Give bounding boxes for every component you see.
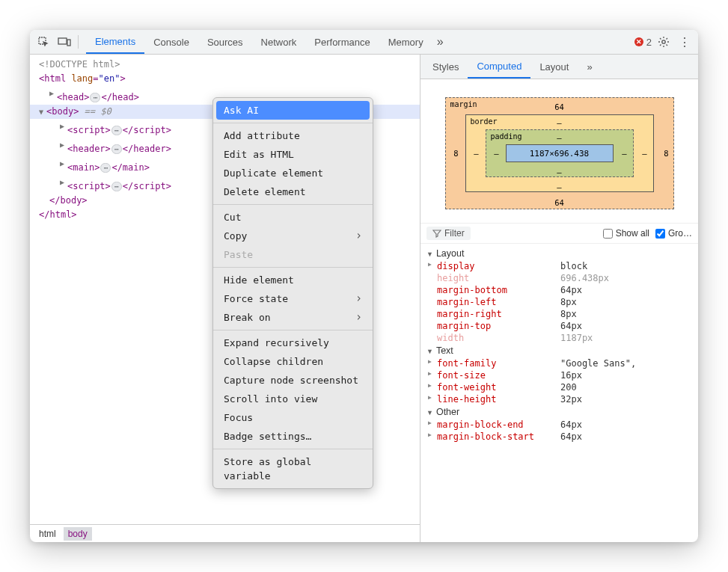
menu-store[interactable]: Store as global variable — [213, 452, 373, 485]
tab-elements[interactable]: Elements — [86, 30, 144, 54]
ellipsis-icon[interactable]: ⋯ — [111, 126, 122, 135]
main-node[interactable]: <main> — [67, 162, 100, 173]
computed-property[interactable]: font-weight200 — [420, 381, 698, 393]
menu-hide[interactable]: Hide element — [213, 271, 373, 289]
ellipsis-icon[interactable]: ⋯ — [100, 163, 111, 173]
content-box: 1187×696.438 — [506, 144, 614, 162]
computed-properties[interactable]: Layout displayblockheight696.438pxmargin… — [420, 244, 698, 542]
tab-sources[interactable]: Sources — [198, 30, 252, 54]
more-tabs-icon[interactable]: » — [578, 55, 601, 79]
show-all-checkbox[interactable]: Show all — [603, 228, 649, 239]
doctype[interactable]: <!DOCTYPE html> — [39, 59, 120, 70]
tab-console[interactable]: Console — [144, 30, 198, 54]
svg-rect-1 — [58, 38, 67, 44]
sidebar-panel: Styles Computed Layout » margin 64 64 8 … — [420, 55, 698, 542]
body-close[interactable]: </body> — [49, 195, 88, 206]
header-node[interactable]: <header> — [67, 144, 111, 154]
expand-arrow[interactable] — [60, 119, 67, 133]
computed-property[interactable]: height696.438px — [420, 272, 698, 284]
menu-collapse[interactable]: Collapse children — [213, 352, 373, 371]
box-model-diagram[interactable]: margin 64 64 8 8 border – – – – paddin — [420, 79, 698, 223]
padding-top-val: – — [557, 133, 561, 142]
menu-duplicate[interactable]: Duplicate element — [213, 164, 373, 182]
tab-memory[interactable]: Memory — [379, 30, 432, 54]
ellipsis-icon[interactable]: ⋯ — [90, 93, 100, 102]
menu-break-on[interactable]: Break on — [213, 308, 373, 327]
menu-badge[interactable]: Badge settings… — [213, 427, 373, 446]
padding-label: padding — [491, 132, 522, 141]
expand-arrow[interactable] — [39, 105, 46, 119]
divider — [78, 35, 79, 49]
computed-property[interactable]: margin-block-end64px — [420, 419, 698, 431]
computed-property[interactable]: line-height32px — [420, 393, 698, 405]
tab-performance[interactable]: Performance — [305, 30, 379, 54]
group-checkbox[interactable]: Gro… — [655, 228, 692, 239]
elements-panel: <!DOCTYPE html> <html lang="en"> <head>⋯… — [30, 55, 420, 542]
tab-styles[interactable]: Styles — [423, 55, 468, 79]
script-node[interactable]: <script> — [67, 181, 111, 191]
more-icon[interactable]: ⋮ — [676, 33, 694, 51]
group-layout[interactable]: Layout — [420, 247, 698, 260]
computed-property[interactable]: width1187px — [420, 332, 698, 344]
computed-property[interactable]: margin-block-start64px — [420, 431, 698, 443]
margin-left-val: 8 — [453, 149, 458, 158]
html-open[interactable]: <html lang="en"> — [39, 73, 126, 84]
menu-ask-ai[interactable]: Ask AI — [216, 101, 370, 120]
expand-arrow[interactable] — [60, 138, 67, 152]
more-tabs-icon[interactable]: » — [432, 35, 448, 49]
tab-layout[interactable]: Layout — [530, 55, 578, 79]
margin-right-val: 8 — [664, 149, 668, 158]
computed-property[interactable]: margin-left8px — [420, 296, 698, 308]
computed-property[interactable]: font-family"Google Sans", — [420, 357, 698, 369]
dom-tree[interactable]: <!DOCTYPE html> <html lang="en"> <head>⋯… — [30, 55, 420, 524]
expand-arrow[interactable] — [49, 86, 57, 100]
error-count[interactable]: ✕2 — [634, 37, 652, 48]
tab-network[interactable]: Network — [252, 30, 306, 54]
script-node[interactable]: <script> — [67, 125, 111, 135]
menu-focus[interactable]: Focus — [213, 408, 373, 427]
sidebar-tabs: Styles Computed Layout » — [420, 55, 698, 79]
main-toolbar: Elements Console Sources Network Perform… — [30, 30, 698, 55]
computed-property[interactable]: displayblock — [420, 260, 698, 272]
menu-expand[interactable]: Expand recursively — [213, 333, 373, 352]
device-icon[interactable] — [55, 33, 73, 51]
settings-icon[interactable] — [655, 33, 673, 51]
menu-delete[interactable]: Delete element — [213, 182, 373, 201]
menu-edit-html[interactable]: Edit as HTML — [213, 145, 373, 164]
crumb-html[interactable]: html — [34, 527, 61, 541]
devtools-window: Elements Console Sources Network Perform… — [30, 30, 698, 542]
expand-arrow[interactable] — [60, 156, 67, 170]
menu-cut[interactable]: Cut — [213, 208, 373, 227]
computed-property[interactable]: font-size16px — [420, 369, 698, 381]
menu-force-state[interactable]: Force state — [213, 289, 373, 308]
padding-bottom-val: – — [557, 167, 561, 176]
crumb-body[interactable]: body — [64, 527, 92, 541]
margin-bottom-val: 64 — [554, 198, 564, 207]
border-right-val: – — [642, 149, 646, 158]
menu-capture[interactable]: Capture node screenshot — [213, 371, 373, 390]
html-close[interactable]: </html> — [39, 209, 77, 220]
computed-property[interactable]: margin-top64px — [420, 320, 698, 332]
tab-computed[interactable]: Computed — [468, 55, 530, 79]
ellipsis-icon[interactable]: ⋯ — [111, 144, 122, 154]
padding-left-val: – — [494, 149, 498, 158]
context-menu: Ask AI Add attribute Edit as HTML Duplic… — [212, 97, 373, 489]
inspect-icon[interactable] — [34, 33, 52, 51]
ellipsis-icon[interactable]: ⋯ — [111, 182, 122, 191]
filter-input[interactable]: Filter — [426, 227, 471, 240]
menu-scroll[interactable]: Scroll into view — [213, 390, 373, 408]
computed-property[interactable]: margin-right8px — [420, 308, 698, 320]
filter-icon — [432, 229, 441, 238]
divider — [213, 204, 373, 205]
svg-rect-2 — [67, 40, 70, 46]
expand-arrow[interactable] — [60, 175, 67, 189]
head-node[interactable]: <head> — [57, 92, 89, 102]
menu-copy[interactable]: Copy — [213, 227, 373, 245]
divider — [213, 449, 373, 449]
margin-label: margin — [450, 100, 477, 108]
menu-add-attribute[interactable]: Add attribute — [213, 126, 373, 145]
group-text[interactable]: Text — [420, 344, 698, 357]
computed-property[interactable]: margin-bottom64px — [420, 284, 698, 296]
group-other[interactable]: Other — [420, 405, 698, 419]
border-left-val: – — [474, 149, 478, 158]
